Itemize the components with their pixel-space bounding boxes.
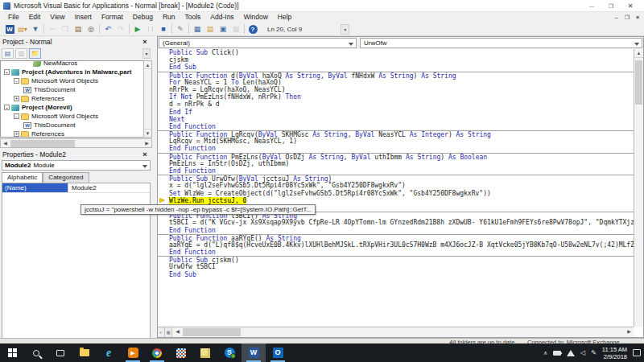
find-icon[interactable]: ◎ xyxy=(85,23,97,35)
internet-explorer-taskbar-icon[interactable]: e xyxy=(97,343,121,362)
code-line[interactable]: End If xyxy=(158,109,634,116)
property-name[interactable]: (Name) xyxy=(2,183,68,192)
object-browser-icon[interactable]: ▣ xyxy=(217,23,229,35)
code-line[interactable]: End Function xyxy=(158,145,634,152)
code-vertical-scrollbar[interactable]: ▲ xyxy=(634,49,643,327)
property-row[interactable]: (Name)Module2 xyxy=(2,183,150,193)
menu-window[interactable]: Window xyxy=(239,12,273,23)
menu-run[interactable]: Run xyxy=(158,12,180,23)
project-horizontal-scrollbar[interactable]: ◀▶ xyxy=(0,138,152,148)
code-editor[interactable]: Public Sub Click()cjskmEnd SubPublic Fun… xyxy=(158,49,634,327)
redo-icon[interactable]: ↷ xyxy=(114,23,127,35)
minimize-icon[interactable] xyxy=(588,2,596,10)
paste-icon[interactable]: ▤ xyxy=(72,23,85,35)
code-line[interactable]: tSBCI = d("K VGcv-jx Xs9Xsqap9X9yvb CfpR… xyxy=(158,219,634,226)
save-icon[interactable]: ▼ xyxy=(29,23,42,35)
code-line[interactable]: Public Function LqRcqv(ByVal SKHMGsc As … xyxy=(158,130,634,138)
code-line[interactable]: End Function xyxy=(158,123,634,130)
view-object-icon[interactable]: ▥ xyxy=(15,48,27,59)
property-value[interactable]: Module2 xyxy=(68,183,100,192)
tree-item[interactable]: -Project (Morevil) xyxy=(1,103,143,112)
code-line[interactable]: UrwOfw tSBCI xyxy=(158,263,634,270)
copy-icon[interactable]: ❐ xyxy=(59,23,72,35)
menu-debug[interactable]: Debug xyxy=(128,12,158,23)
sticky-notes-taskbar-icon[interactable] xyxy=(193,343,217,362)
properties-panel-close-icon[interactable]: × xyxy=(140,150,150,158)
toolbar-overflow-icon[interactable]: ▾ xyxy=(341,24,349,35)
code-horizontal-scrollbar[interactable]: ▪ ▦ ◀▶ xyxy=(158,327,634,337)
project-toolbar-overflow-icon[interactable]: ▾ xyxy=(142,48,151,59)
toolbox-icon[interactable]: ▩ xyxy=(229,23,242,35)
code-line[interactable]: End Function xyxy=(158,167,634,175)
procedure-view-icon[interactable]: ▪ xyxy=(158,327,165,337)
tree-item[interactable]: WThisDocument xyxy=(1,121,143,130)
action-center-icon[interactable] xyxy=(633,349,641,356)
collapse-icon[interactable]: - xyxy=(4,69,10,75)
run-icon[interactable]: ▶ xyxy=(131,23,144,35)
code-line[interactable]: aaRYqE = d("L)qf8$q(HcveUxE0B.4Kkv)lXUHl… xyxy=(158,241,634,249)
tree-item[interactable]: -Microsoft Word Objects xyxy=(1,112,143,121)
tree-item[interactable]: -Project (Adventures in Malware,part xyxy=(1,68,143,76)
menu-view[interactable]: View xyxy=(45,12,69,23)
code-line[interactable]: For NeasYCL = 1 To Len(haXoQ) xyxy=(158,79,634,86)
code-line[interactable]: d = nRrPk & d xyxy=(158,101,634,108)
object-selector-dropdown[interactable]: Module2 Module xyxy=(2,160,151,171)
search-taskbar-icon[interactable] xyxy=(24,343,48,362)
task-view-taskbar-icon[interactable] xyxy=(48,343,72,362)
pen-icon[interactable]: ✎ xyxy=(591,349,597,356)
code-line[interactable]: Public Function aaRYqE() As String xyxy=(158,234,634,241)
cut-icon[interactable]: ✂ xyxy=(46,23,59,35)
menu-format[interactable]: Format xyxy=(97,12,128,23)
code-line[interactable]: cjskm xyxy=(158,56,634,64)
collapse-icon[interactable]: - xyxy=(14,78,19,84)
current-statement-line[interactable]: WlzWe.Run jcctsuJ, 0 xyxy=(158,197,634,204)
procedure-dropdown[interactable]: UrwOfw xyxy=(360,38,642,48)
code-line[interactable]: Public Sub UrwOfw(ByVal jcctsuJ As Strin… xyxy=(158,175,634,182)
skype-taskbar-icon[interactable]: S xyxy=(217,343,242,362)
tree-item[interactable]: NewMacros xyxy=(1,60,143,68)
tree-item[interactable]: +References xyxy=(1,94,143,103)
menu-insert[interactable]: Insert xyxy=(70,12,97,23)
code-line[interactable]: Public Function PmEzLns(ByVal OsDZj As S… xyxy=(158,153,634,160)
mdi-minimize-icon[interactable] xyxy=(615,14,618,21)
insert-userform-icon[interactable]: ▤▾ xyxy=(16,23,29,35)
expand-icon[interactable]: + xyxy=(14,96,19,101)
code-line[interactable]: End Sub xyxy=(158,64,634,71)
collapse-icon[interactable]: - xyxy=(14,113,19,119)
mdi-close-icon[interactable] xyxy=(636,14,639,21)
code-line[interactable]: LqRcqv = Mid(SKHMGsc, NeasYCL, 1) xyxy=(158,138,634,145)
code-line[interactable]: End Function xyxy=(158,249,634,256)
code-line[interactable]: End Function xyxy=(158,227,634,234)
collapse-icon[interactable]: - xyxy=(4,105,10,110)
break-icon[interactable]: ❙❙ xyxy=(144,23,157,35)
menu-help[interactable]: Help xyxy=(273,12,296,23)
restore-icon[interactable] xyxy=(607,2,615,10)
full-module-view-icon[interactable]: ▦ xyxy=(165,327,172,337)
view-microsoft-word-icon[interactable]: W xyxy=(3,23,16,35)
battery-icon[interactable] xyxy=(553,351,561,356)
word-taskbar-icon[interactable]: W xyxy=(242,343,266,362)
properties-window-icon[interactable]: ▤ xyxy=(204,23,217,35)
file-explorer-taskbar-icon[interactable] xyxy=(72,343,97,362)
office-hub-taskbar-icon[interactable] xyxy=(169,343,193,362)
code-line[interactable]: Public Function d(ByVal haXoQ As String,… xyxy=(158,72,634,79)
code-line[interactable]: Public Sub cjskm() xyxy=(158,256,634,263)
project-vertical-scrollbar[interactable]: ▲▼ xyxy=(143,60,152,138)
code-line[interactable]: If Not PmEzLns(fNHdxW, nRrPk) Then xyxy=(158,93,634,101)
undo-icon[interactable]: ↶ xyxy=(101,23,114,35)
mdi-restore-icon[interactable] xyxy=(625,14,630,21)
view-code-icon[interactable]: ▤ xyxy=(2,48,14,59)
tab-categorized[interactable]: Categorized xyxy=(43,172,89,183)
menu-tools[interactable]: Tools xyxy=(180,12,205,23)
code-line[interactable]: x = d("lgl2seFvhwGSb5.Dt5Rpi4r08YcSxWk",… xyxy=(158,182,634,189)
code-line[interactable]: PmEzLns = InStr(OsDZj, uthIbmm) xyxy=(158,160,634,167)
toggle-folders-icon[interactable]: 📁 xyxy=(29,48,41,59)
tab-alphabetic[interactable]: Alphabetic xyxy=(2,172,43,183)
start-taskbar-icon[interactable] xyxy=(0,343,24,362)
code-line[interactable]: End Sub xyxy=(158,271,634,278)
code-line[interactable]: Public Sub Click() xyxy=(158,49,634,56)
reset-icon[interactable]: ■ xyxy=(157,23,170,35)
close-icon[interactable] xyxy=(626,2,634,10)
design-mode-icon[interactable]: ✎ xyxy=(174,23,187,35)
volume-icon[interactable]: ◁ xyxy=(580,349,585,356)
